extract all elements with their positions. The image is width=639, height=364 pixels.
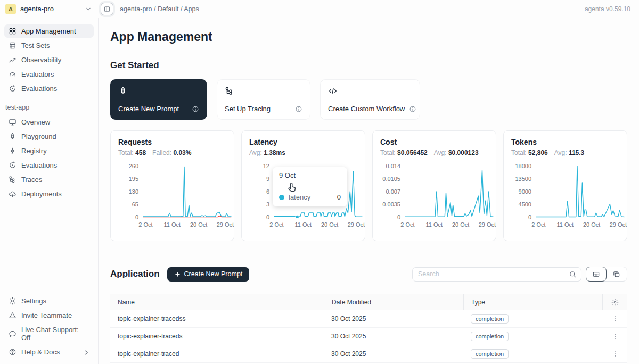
sidebar-item-label: Deployments <box>21 190 62 198</box>
kebab-menu-icon[interactable] <box>611 333 619 340</box>
sidebar-app-list: OverviewPlaygroundRegistryEvaluationsTra… <box>4 115 94 201</box>
column-header-date-modified[interactable]: Date Modified <box>324 294 463 310</box>
sidebar-item-evaluators[interactable]: Evaluators <box>4 68 94 81</box>
sidebar-item-label: Playground <box>21 133 56 140</box>
breadcrumb: agenta-pro / Default / Apps <box>120 5 199 13</box>
card-view-button[interactable] <box>606 267 627 281</box>
y-axis-label: 4500 <box>511 201 531 208</box>
y-axis-label: 195 <box>118 176 138 182</box>
app-name: topic-explainer-traced <box>110 350 324 358</box>
sidebar-item-evaluations[interactable]: Evaluations <box>4 159 94 172</box>
applications-table: NameDate ModifiedType topic-explainer-tr… <box>110 294 627 364</box>
sidebar-item-settings[interactable]: Settings <box>4 294 94 308</box>
get-started-card-create-custom-workflow[interactable]: Create Custom Workflow <box>320 79 420 120</box>
column-header-name[interactable]: Name <box>110 294 324 310</box>
sidebar-item-traces[interactable]: Traces <box>4 173 94 186</box>
sidebar-spacer <box>4 201 94 294</box>
metric-stats: Total: $0.056452Avg: $0.000123 <box>380 149 488 156</box>
y-axis-label: 0.014 <box>380 163 400 169</box>
cost-chart <box>405 163 495 219</box>
sidebar-main-list: App ManagementTest SetsObservabilityEval… <box>4 24 94 95</box>
get-started-card-set-up-tracing[interactable]: Set Up Tracing <box>217 79 310 120</box>
workspace-switcher[interactable]: A agenta-pro <box>0 4 99 14</box>
sidebar: App ManagementTest SetsObservabilityEval… <box>0 18 99 364</box>
sidebar-item-label: Overview <box>21 118 50 126</box>
column-header-settings[interactable] <box>602 294 627 310</box>
sidebar-item-overview[interactable]: Overview <box>4 115 94 129</box>
x-axis-label: 2 Oct <box>269 221 283 228</box>
sidebar-item-help-docs[interactable]: Help & Docs <box>4 345 94 359</box>
tokens-metric-card: TokensTotal: 52,806Avg: 115.318000135009… <box>503 130 627 241</box>
cursor-icon <box>286 182 297 193</box>
card-view-icon <box>612 270 620 278</box>
sidebar-item-invite-teammate[interactable]: Invite Teammate <box>4 309 94 322</box>
main-content: App Management Get Started Create New Pr… <box>99 18 639 364</box>
y-axis-label: 9000 <box>511 188 531 195</box>
x-axis-label: 20 Oct <box>583 221 600 228</box>
kebab-menu-icon[interactable] <box>611 350 619 358</box>
x-axis-label: 2 Oct <box>400 221 414 228</box>
monitor-icon <box>9 118 17 126</box>
cloud-up-icon <box>9 190 17 198</box>
chat-icon <box>9 330 17 338</box>
sidebar-item-test-sets[interactable]: Test Sets <box>4 39 94 52</box>
observability-icon <box>9 56 17 64</box>
get-started-card-create-new-prompt[interactable]: Create New Prompt <box>110 79 207 120</box>
view-toggle <box>586 267 627 282</box>
table-view-button[interactable] <box>586 267 607 282</box>
sidebar-item-live-chat-support-off[interactable]: Live Chat Support: Off <box>4 323 94 344</box>
sidebar-item-label: Evaluations <box>21 161 57 169</box>
application-heading: Application <box>110 269 160 279</box>
x-axis-label: 20 Oct <box>321 221 338 228</box>
search-icon[interactable] <box>569 270 577 278</box>
sidebar-item-label: Evaluations <box>21 85 57 93</box>
application-header-row: Application Create New Prompt <box>110 261 627 287</box>
latency-metric-card: LatencyAvg: 1.38ms1296302 Oct11 Oct20 Oc… <box>241 130 365 241</box>
chevron-down-icon[interactable] <box>85 5 92 13</box>
table-row[interactable]: topic-explainer-traced30 Oct 2025complet… <box>110 345 627 363</box>
chart-tooltip: 9 Octlatency0 <box>273 167 347 206</box>
y-axis-label: 18000 <box>511 163 531 169</box>
y-axis-label: 9 <box>249 176 269 182</box>
sidebar-item-observability[interactable]: Observability <box>4 53 94 67</box>
sidebar-toggle-button[interactable] <box>101 3 113 15</box>
app-name: topic-explainer-tracedss <box>110 315 324 322</box>
x-axis-label: 29 Oct <box>217 221 234 228</box>
x-axis-label: 20 Oct <box>452 221 469 228</box>
column-header-type[interactable]: Type <box>463 294 602 310</box>
info-icon <box>192 105 199 113</box>
table-row[interactable]: topic-explainer-tracedss30 Oct 2025compl… <box>110 310 627 328</box>
history-icon <box>9 85 17 93</box>
table-row[interactable]: topic-explainer-traceds30 Oct 2025comple… <box>110 328 627 345</box>
table-view-icon <box>592 270 600 278</box>
search-input[interactable] <box>412 267 581 282</box>
y-axis-label: 0 <box>511 214 531 220</box>
tooltip-date: 9 Oct <box>279 171 341 179</box>
kebab-menu-icon[interactable] <box>611 315 619 322</box>
sidebar-item-evaluations[interactable]: Evaluations <box>4 82 94 95</box>
traces-icon <box>9 176 17 184</box>
traces-icon <box>225 86 234 96</box>
metric-title: Requests <box>118 138 226 146</box>
topbar: A agenta-pro agenta-pro / Default / Apps… <box>0 0 639 18</box>
requests-metric-card: RequestsTotal: 458Failed: 0.03%260195130… <box>110 130 234 241</box>
metric-title: Latency <box>249 138 357 146</box>
invite-icon <box>9 311 17 319</box>
sidebar-item-playground[interactable]: Playground <box>4 130 94 143</box>
tooltip-value: 0 <box>337 193 341 201</box>
sidebar-item-label: Registry <box>21 147 47 155</box>
sidebar-item-app-management[interactable]: App Management <box>4 24 94 38</box>
panel-icon <box>103 5 111 13</box>
sidebar-item-deployments[interactable]: Deployments <box>4 187 94 201</box>
x-axis-label: 29 Oct <box>479 221 496 228</box>
sidebar-item-registry[interactable]: Registry <box>4 144 94 158</box>
app-date-modified: 30 Oct 2025 <box>324 315 463 322</box>
create-new-prompt-button[interactable]: Create New Prompt <box>167 267 250 282</box>
requests-chart <box>143 163 233 219</box>
y-axis-label: 3 <box>249 201 269 208</box>
question-icon <box>9 348 17 356</box>
tokens-chart <box>536 163 626 219</box>
type-badge: completion <box>471 314 509 324</box>
x-axis-label: 11 Oct <box>426 221 443 228</box>
testsets-icon <box>9 42 17 49</box>
